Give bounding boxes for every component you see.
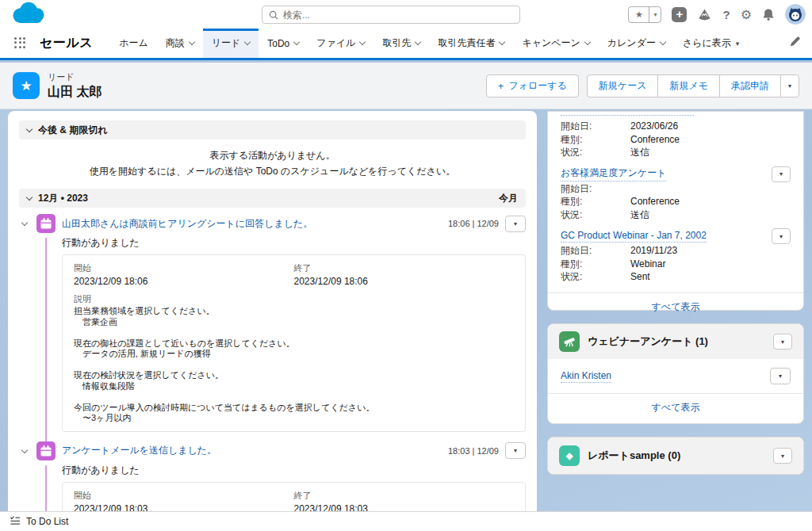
salesforce-logo-icon[interactable] [8, 1, 49, 31]
star-icon[interactable]: ★ [629, 7, 649, 22]
tab-files[interactable]: ファイル [308, 29, 373, 58]
timeline-item-body: 行動がありました 開始 2023/12/09 18:06 終了 2023/12/… [62, 236, 526, 432]
field-row: 種別: Conference [561, 195, 791, 208]
view-all-link[interactable]: すべて表示 [652, 394, 700, 422]
collapse-chevron-icon[interactable] [19, 449, 30, 453]
timeline-item-body: 行動がありました 開始 2023/12/09 18:03 終了 2023/12/… [62, 464, 526, 512]
campaign-item: お客様満足度アンケート ▾ 開始日: 種別: Conference 状況: 送信 [561, 166, 791, 222]
report-sample-card: ◆ レポートsample (0) ▾ [547, 437, 804, 475]
row-actions-button[interactable]: ▾ [505, 442, 526, 459]
caret-down-icon: ▾ [779, 170, 783, 178]
follow-button[interactable]: + フォローする [486, 74, 579, 97]
global-header: ★ ▾ + ? ⚙ [0, 0, 812, 29]
setup-gear-icon[interactable]: ⚙ [741, 7, 752, 22]
global-actions-button[interactable]: + [672, 7, 687, 22]
tab-contacts[interactable]: 取引先責任者 [429, 29, 513, 58]
chevron-down-icon[interactable] [660, 39, 666, 45]
caret-down-icon: ▾ [514, 447, 517, 454]
chevron-down-icon[interactable] [359, 39, 366, 45]
collapse-chevron-icon[interactable] [19, 222, 30, 225]
card-title[interactable]: ウェビナーアンケート (1) [588, 334, 708, 349]
favorites-caret-icon[interactable]: ▾ [649, 7, 661, 22]
tab-campaigns[interactable]: キャンペーン [513, 29, 598, 58]
user-avatar[interactable] [785, 4, 806, 25]
submit-approval-button[interactable]: 承認申請 [719, 74, 781, 97]
end-label: 終了 [294, 490, 515, 502]
card-footer: すべて表示 [548, 393, 803, 422]
card-actions-button[interactable]: ▾ [773, 334, 792, 350]
row-actions-button[interactable]: ▾ [770, 368, 791, 384]
chevron-down-icon[interactable] [244, 39, 251, 45]
description-label: 説明 [74, 293, 514, 305]
favorites-button[interactable]: ★ ▾ [628, 6, 661, 23]
help-icon[interactable]: ? [722, 8, 730, 21]
activity-subtitle: 行動がありました [62, 464, 526, 477]
clipped-link-underline [561, 115, 694, 116]
field-row: 開始日: 2023/06/26 [561, 120, 791, 133]
app-launcher-icon[interactable] [14, 37, 27, 50]
field-row: 開始日: 2019/11/23 [561, 244, 791, 258]
row-actions-button[interactable]: ▾ [772, 166, 791, 182]
notifications-bell-icon[interactable] [762, 8, 775, 21]
field-row: 種別: Webinar [561, 258, 791, 271]
card-body: Akin Kristen ▾ [548, 359, 803, 384]
record-header: ★ リード 山田 太郎 + フォローする 新規ケース 新規メモ 承認申請 ▾ [0, 63, 812, 109]
activity-timestamp: 18:06 | 12/09 [448, 219, 499, 228]
section-month[interactable]: 12月 • 2023 今月 [19, 189, 526, 208]
campaign-link[interactable]: お客様満足度アンケート [561, 166, 666, 181]
activity-detail-card: 開始 2023/12/09 18:03 終了 2023/12/09 18:03 … [62, 482, 526, 512]
view-all-link[interactable]: すべて表示 [652, 293, 700, 321]
new-case-button[interactable]: 新規ケース [587, 74, 659, 97]
todo-list-button[interactable]: To Do List [26, 516, 68, 527]
survey-member-link[interactable]: Akin Kristen [561, 370, 611, 383]
row-actions-button[interactable]: ▾ [505, 216, 526, 232]
timeline-item-header: アンケートメールを送信しました。 18:03 | 12/09 ▾ [19, 441, 526, 460]
telescope-icon [559, 331, 580, 352]
start-value: 2023/12/09 18:06 [74, 276, 294, 287]
chevron-down-icon[interactable] [415, 39, 421, 45]
tab-todo[interactable]: ToDo [259, 29, 308, 58]
campaign-item: GC Product Webinar - Jan 7, 2002 ▾ 開始日: … [561, 228, 791, 284]
caret-down-icon: ▾ [779, 233, 783, 240]
chevron-down-icon [26, 125, 33, 132]
field-row: 状況: Sent [561, 270, 791, 284]
edit-nav-pencil-icon[interactable] [789, 36, 801, 51]
empty-state-text: 表示する活動がありません。 使用を開始するには、メールの送信や ToDo のスケ… [19, 147, 526, 179]
card-footer: すべて表示 [548, 292, 803, 321]
section-upcoming-overdue[interactable]: 今後 & 期限切れ [19, 120, 526, 139]
record-actions: + フォローする 新規ケース 新規メモ 承認申請 ▾ [486, 74, 799, 97]
tab-accounts[interactable]: 取引先 [373, 29, 429, 58]
activity-title-link[interactable]: 山田太郎さんは商談前ヒアリングシートに回答しました。 [62, 217, 312, 231]
card-actions-button[interactable]: ▾ [773, 448, 792, 464]
chevron-down-icon[interactable] [584, 39, 591, 45]
new-note-button[interactable]: 新規メモ [657, 74, 720, 97]
event-icon [36, 214, 56, 233]
tab-leads[interactable]: リード [203, 29, 259, 58]
tab-more[interactable]: さらに表示▾ [674, 29, 748, 58]
row-actions-button[interactable]: ▾ [772, 228, 791, 244]
timeline-item: 山田太郎さんは商談前ヒアリングシートに回答しました。 18:06 | 12/09… [19, 214, 526, 432]
chevron-down-icon[interactable] [188, 39, 194, 45]
record-name: 山田 太郎 [48, 84, 102, 101]
chevron-down-icon[interactable] [293, 39, 300, 45]
nav-tabs: ホーム 商談 リード ToDo ファイル 取引先 取引先責任者 キャンペーン カ… [110, 29, 748, 58]
search-input[interactable] [283, 10, 513, 21]
end-label: 終了 [294, 262, 515, 274]
global-search[interactable] [262, 6, 520, 24]
description-text: 担当業務領域を選択してください。 営業企画 現在の御社の課題として近いものを選択… [74, 306, 514, 424]
tab-calendar[interactable]: カレンダー [599, 29, 674, 58]
tab-opportunities[interactable]: 商談 [157, 29, 203, 58]
lead-object-icon: ★ [13, 72, 40, 99]
caret-down-icon: ▾ [781, 338, 784, 346]
plus-icon: + [498, 80, 504, 92]
guidance-center-icon[interactable] [697, 7, 712, 22]
card-title[interactable]: レポートsample (0) [588, 449, 680, 463]
tab-home[interactable]: ホーム [110, 29, 157, 58]
campaign-link[interactable]: GC Product Webinar - Jan 7, 2002 [561, 230, 707, 243]
field-row: 状況: 送信 [561, 208, 791, 222]
more-actions-button[interactable]: ▾ [780, 74, 799, 97]
todo-list-icon [10, 514, 21, 529]
chevron-down-icon[interactable] [499, 39, 505, 45]
this-month-badge: 今月 [499, 192, 518, 205]
activity-title-link[interactable]: アンケートメールを送信しました。 [62, 444, 216, 457]
